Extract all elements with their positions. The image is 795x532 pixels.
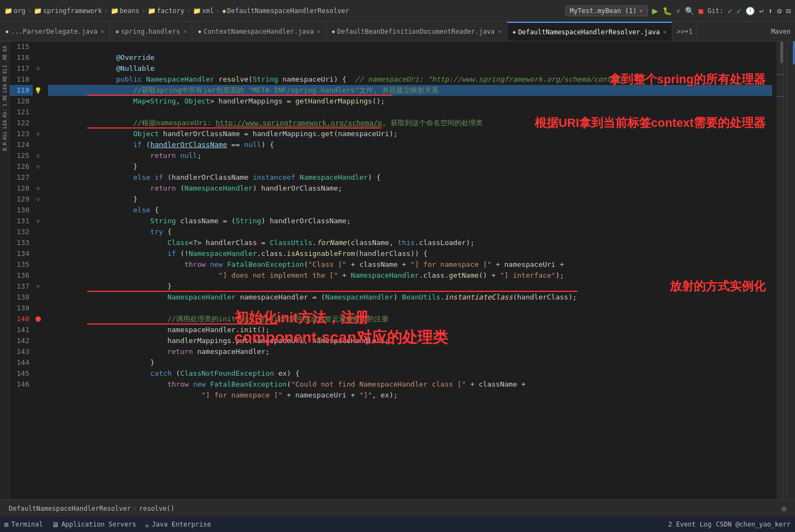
code-line-144: catch (ClassNotFoundException ex) { — [48, 357, 772, 368]
breadcrumb-file[interactable]: ◆ DefaultNamespaceHandlerResolver — [222, 7, 349, 15]
folder-icon: 📁 — [4, 7, 13, 15]
code-line-117: public NamespaceHandler resolve(String n… — [48, 63, 772, 74]
breadcrumb-factory[interactable]: 📁 factory — [148, 7, 185, 15]
app-servers-label[interactable]: Application Servers — [62, 521, 136, 528]
code-line-129: else { — [48, 194, 772, 205]
java-enterprise-tool[interactable]: ☕ Java Enterprise — [145, 521, 211, 529]
breadcrumb-beans[interactable]: 📁 beans — [111, 7, 139, 15]
status-method: resolve() — [139, 505, 174, 512]
breadcrumb-sep-1: › — [28, 7, 32, 15]
close-icon-2[interactable]: ✕ — [183, 28, 186, 34]
code-line-126: else if (handlerOrClassName instanceof N… — [48, 161, 772, 172]
csdn-credit: CSDN @chen_yao_kerr — [716, 521, 791, 528]
tab-default-bean-definition[interactable]: ◆ DefaultBeanDefinitionDocumentReader.ja… — [326, 22, 507, 41]
run-config-label: MyTest.myBean (1) — [570, 7, 637, 15]
tab-parser-delegate[interactable]: ◆ ...ParserDelegate.java ✕ — [0, 22, 110, 41]
terminal-icon: ⊞ — [4, 521, 9, 529]
tab-more[interactable]: >>+1 — [672, 22, 697, 41]
java-enterprise-label[interactable]: Java Enterprise — [152, 521, 211, 528]
status-class: DefaultNamespaceHandlerResolver — [9, 505, 131, 512]
folder-icon-2: 📁 — [34, 7, 42, 15]
terminal-tool[interactable]: ⊞ Terminal — [4, 521, 43, 529]
run-button[interactable]: ▶ — [652, 5, 658, 16]
scrollbar[interactable] — [776, 41, 783, 499]
gutter-icons: ▽ 💡 ▽ ▽ — [33, 41, 44, 499]
close-icon-5[interactable]: ✕ — [663, 29, 666, 35]
java-icon-4: ◆ — [513, 29, 516, 35]
git-push-icon[interactable]: ⬆ — [768, 7, 773, 15]
terminal-label[interactable]: Terminal — [11, 521, 43, 528]
git-check-icon2[interactable]: ✓ — [737, 7, 741, 15]
code-line-115: @Override — [48, 41, 772, 52]
breadcrumb-xml[interactable]: 📁 xml — [193, 7, 214, 15]
stop-button[interactable]: ■ — [699, 7, 703, 15]
app-servers-tool[interactable]: 🖥 Application Servers — [52, 521, 136, 529]
code-content: @Override @Nullable public NamespaceHand… — [44, 41, 776, 499]
folder-icon-3: 📁 — [111, 7, 119, 15]
app-servers-icon: 🖥 — [52, 521, 59, 529]
left-panel-ea[interactable]: EA .RE ELI RE LEA 1.RE AS: LEA ASi B.R — [0, 41, 10, 499]
line-numbers: 115 116 117 118 119 120 121 122 123 124 … — [10, 41, 33, 499]
chevron-down-icon: ▾ — [639, 7, 643, 15]
close-icon-4[interactable]: ✕ — [498, 28, 501, 34]
tab-spring-handlers[interactable]: ◼ spring.handlers ✕ — [110, 22, 192, 41]
status-arrow: › — [133, 505, 137, 512]
right-side-panel — [786, 41, 795, 499]
git-history-icon[interactable]: 🕐 — [745, 7, 755, 15]
top-bar: 📁 org › 📁 springframework › 📁 beans › 📁 … — [0, 0, 795, 22]
java-icon-1: ◆ — [5, 28, 9, 34]
code-line-116: @Nullable — [48, 52, 772, 63]
code-editor[interactable]: 115 116 117 118 119 120 121 122 123 124 … — [10, 41, 795, 499]
folder-icon-4: 📁 — [148, 7, 156, 15]
breadcrumb-sep-2: › — [104, 7, 108, 15]
git-check-icon[interactable]: ✓ — [727, 7, 732, 15]
run-config[interactable]: MyTest.myBean (1) ▾ — [565, 5, 648, 16]
breadcrumb-sep-5: › — [216, 7, 220, 15]
folder-icon-5: 📁 — [193, 7, 201, 15]
breadcrumb-springframework[interactable]: 📁 springframework — [34, 7, 102, 15]
settings-gear-icon[interactable]: ⚙ — [782, 504, 786, 513]
breadcrumb-sep-4: › — [186, 7, 190, 15]
profile-button[interactable]: 🔍 — [685, 7, 694, 15]
java-icon-2: ◆ — [198, 28, 201, 34]
tab-bar: ◆ ...ParserDelegate.java ✕ ◼ spring.hand… — [0, 22, 795, 41]
code-line-139: //调用处理类的init方法, 在init方法中完成标签元素解析类的注册 — [48, 303, 772, 314]
debug-button[interactable]: 🐛 — [663, 7, 672, 15]
git-label: Git: — [707, 7, 723, 15]
breadcrumb-bottom: DefaultNamespaceHandlerResolver › resolv… — [9, 505, 174, 512]
maven-tab-label[interactable]: Maven — [771, 28, 791, 35]
coverage-button[interactable]: ⚡ — [676, 7, 681, 15]
tab-context-namespace-handler[interactable]: ◆ ContextNamespaceHandler.java ✕ — [192, 22, 326, 41]
status-bar: DefaultNamespaceHandlerResolver › resolv… — [0, 499, 795, 517]
tab-default-namespace-resolver[interactable]: ◆ DefaultNamespaceHandlerResolver.java ✕ — [507, 22, 672, 41]
java-icon-3: ◆ — [332, 28, 335, 34]
close-icon-1[interactable]: ✕ — [101, 28, 104, 34]
class-icon: ◆ — [222, 7, 226, 15]
code-line-121: //根据namespaceUri: http://www.springframe… — [48, 107, 772, 118]
right-panel-gradient — [793, 41, 795, 499]
java-enterprise-icon: ☕ — [145, 521, 149, 529]
close-icon-3[interactable]: ✕ — [317, 28, 320, 34]
breadcrumb-sep-3: › — [142, 7, 145, 15]
git-revert-icon[interactable]: ↩ — [759, 7, 763, 15]
layout-icon[interactable]: ⊟ — [786, 7, 791, 15]
breadcrumb-org[interactable]: 📁 org — [4, 7, 26, 15]
file-icon-1: ◼ — [116, 28, 119, 34]
event-log-label[interactable]: 2 Event Log — [668, 521, 711, 528]
settings-icon[interactable]: ⚙ — [777, 7, 781, 15]
bottom-bar: ⊞ Terminal 🖥 Application Servers ☕ Java … — [0, 517, 795, 532]
